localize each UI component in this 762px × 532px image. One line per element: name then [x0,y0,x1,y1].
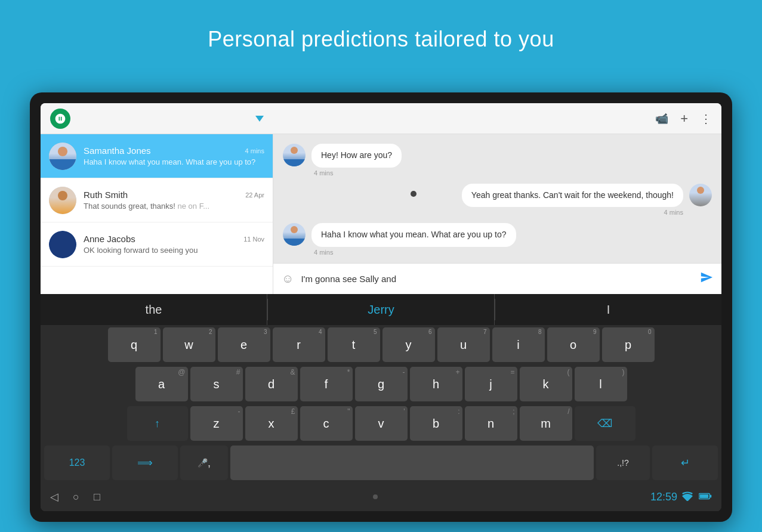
key-space[interactable] [230,446,594,480]
convo-ruth-name: Ruth Smith [84,190,128,200]
msg-bubble-wrap-3: Haha I know what you mean. What are you … [311,223,516,256]
key-backspace[interactable]: ⌫ [575,406,635,441]
msg-time-2: 4 mins [662,209,683,216]
system-time: 12:59 [650,491,677,503]
key-e[interactable]: 3 e [218,327,270,362]
message-row-2: Yeah great thanks. Can't wait for the we… [283,184,712,216]
avatar-anne [49,231,76,258]
key-c[interactable]: " c [300,406,353,441]
msg-avatar-3 [283,223,306,246]
key-b[interactable]: : b [410,406,462,441]
sys-icons-left: ◁ ○ □ [50,490,100,503]
convo-samantha-preview: Haha I know what you mean. What are you … [84,157,264,166]
key-enter[interactable]: ↵ [652,446,718,480]
more-options-icon[interactable]: ⋮ [700,112,712,126]
key-n[interactable]: ; n [465,406,517,441]
key-shift[interactable]: ↑ [127,406,188,441]
key-j[interactable]: = j [465,367,517,401]
chat-area: Samantha Jones 4 mins Haha I know what y… [41,134,721,294]
key-y[interactable]: 6 y [382,327,435,362]
swipe-icon: ⟹ [137,456,153,469]
home-dot [373,494,378,499]
prediction-jerry[interactable]: Jerry [268,294,495,325]
prediction-i[interactable]: I [495,294,721,325]
key-m[interactable]: / m [520,406,572,441]
key-q[interactable]: 1 q [108,327,161,362]
app-area: 📹 + ⋮ [41,103,721,294]
key-w[interactable]: 2 w [163,327,215,362]
msg-time-3: 4 mins [311,249,516,256]
conversation-anne[interactable]: Anne Jacobs 11 Nov OK looking forward to… [41,222,273,267]
prediction-the[interactable]: the [41,294,267,325]
tablet-screen: 📹 + ⋮ [41,103,721,511]
add-icon[interactable]: + [680,111,688,126]
key-x[interactable]: £ x [245,406,298,441]
key-r[interactable]: 4 r [273,327,325,362]
keyboard-area: the Jerry I 1 q [41,294,721,511]
key-s[interactable]: # s [190,367,243,401]
convo-anne-preview: OK looking forward to seeing you [84,246,264,255]
key-h[interactable]: + h [410,367,462,401]
key-p[interactable]: 0 p [602,327,655,362]
comma-label: , [208,457,211,469]
key-a[interactable]: @ a [135,367,188,401]
camera-dot [411,191,417,197]
triangle-indicator [255,116,264,122]
keyboard-row-1: 1 q 2 w 3 e 4 r [41,325,721,364]
convo-samantha-content: Samantha Jones 4 mins Haha I know what y… [84,146,264,166]
home-button[interactable]: ○ [73,491,79,503]
topbar-actions: 📹 + ⋮ [655,111,712,126]
convo-ruth-preview: That sounds great, thanks! ne on F... [84,202,264,211]
msg-bubble-wrap-2: Yeah great thanks. Can't wait for the we… [462,184,683,216]
backspace-icon: ⌫ [597,417,612,430]
convo-samantha-header: Samantha Jones 4 mins [84,146,264,156]
emoji-button[interactable]: ☺ [282,272,294,286]
shift-icon: ↑ [155,417,160,430]
keyboard-row-2: @ a # s & d * f [41,364,721,404]
key-o[interactable]: 9 o [547,327,600,362]
avatar-ruth [49,187,76,214]
key-f[interactable]: * f [300,367,353,401]
key-z[interactable]: - z [190,406,243,441]
prediction-bar: the Jerry I [41,294,721,325]
key-123[interactable]: 123 [44,446,110,480]
mic-sub-icon: 🎤 [198,458,208,468]
key-i[interactable]: 8 i [492,327,545,362]
svg-rect-1 [699,494,708,498]
hangouts-logo [50,109,70,129]
keyboard-row-4: 123 ⟹ 🎤 , .,!? ↵ [41,443,721,482]
key-g[interactable]: - g [355,367,408,401]
convo-ruth-content: Ruth Smith 22 Apr That sounds great, tha… [84,190,264,211]
msg-bubble-2: Yeah great thanks. Can't wait for the we… [462,184,683,208]
back-button[interactable]: ◁ [50,490,58,503]
send-button[interactable] [700,271,713,287]
convo-ruth-header: Ruth Smith 22 Apr [84,190,264,200]
conversation-ruth[interactable]: Ruth Smith 22 Apr That sounds great, tha… [41,178,273,222]
home-indicator [100,494,650,499]
key-v[interactable]: ' v [355,406,408,441]
key-k[interactable]: ( k [520,367,572,401]
key-comma[interactable]: 🎤 , [180,446,228,480]
convo-anne-name: Anne Jacobs [84,234,135,244]
msg-time-1: 4 mins [311,169,402,177]
key-punct[interactable]: .,!? [596,446,650,480]
message-row-1: Hey! How are you? 4 mins [283,144,712,177]
convo-ruth-time: 22 Apr [245,191,264,199]
video-call-icon[interactable]: 📹 [655,112,668,125]
msg-bubble-wrap-1: Hey! How are you? 4 mins [311,144,402,177]
convo-anne-header: Anne Jacobs 11 Nov [84,234,264,244]
key-swipe[interactable]: ⟹ [112,446,178,480]
avatar-samantha [49,143,76,170]
conversation-samantha[interactable]: Samantha Jones 4 mins Haha I know what y… [41,134,273,178]
recent-button[interactable]: □ [94,491,100,503]
key-d[interactable]: & d [245,367,298,401]
keyboard-row-3: ↑ - z £ x " c ' [41,404,721,443]
key-u[interactable]: 7 u [437,327,490,362]
chat-input[interactable]: I'm gonna see Sally and [301,274,700,284]
tablet-device: 📹 + ⋮ [30,92,732,522]
key-t[interactable]: 5 t [328,327,380,362]
msg-avatar-1 [283,144,306,166]
key-l[interactable]: ) l [575,367,627,401]
punct-label: .,!? [617,458,628,468]
wifi-icon [682,491,694,503]
